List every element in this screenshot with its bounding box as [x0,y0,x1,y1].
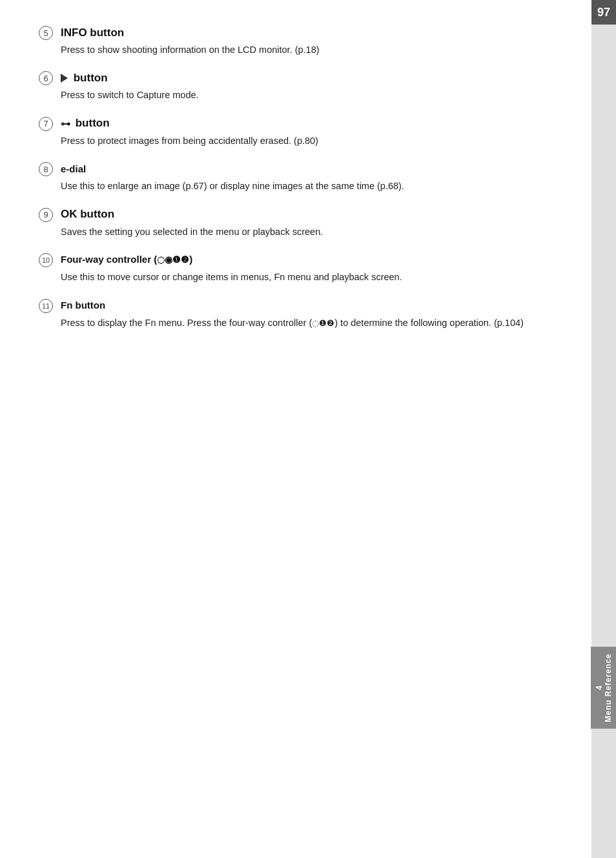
section-header-11: 11 Fn button [39,299,559,313]
section-info-button: 5 INFO button Press to show shooting inf… [39,26,559,57]
section-title-10: Four-way controller (◌◉❶❷) [61,254,192,265]
section-title-6: button [61,72,108,85]
right-sidebar: 97 4 Menu Reference [591,0,616,858]
section-number-7: 7 [39,117,53,131]
section-number-6: 6 [39,71,53,85]
section-play-button: 6 button Press to switch to Capture mode… [39,71,559,102]
section-edial: 8 e-dial Use this to enlarge an image (p… [39,162,559,193]
main-content: 5 INFO button Press to show shooting inf… [0,0,591,858]
fn-body-part2: ) to determine the following operation. … [334,318,524,328]
section-ok-button: 9 OK button Saves the setting you select… [39,208,559,239]
chapter-label-container: 4 Menu Reference [591,647,616,729]
section-title-11: Fn button [61,300,105,311]
section-fn-button: 11 Fn button Press to display the Fn men… [39,299,559,330]
section-body-9: Saves the setting you selected in the me… [61,225,559,239]
section-body-11: Press to display the Fn menu. Press the … [61,316,559,330]
page-container: 5 INFO button Press to show shooting inf… [0,0,616,858]
section-title-9: OK button [61,208,114,221]
chapter-number: 4 [595,686,604,691]
section-body-5: Press to show shooting information on th… [61,43,559,57]
section-number-8: 8 [39,162,53,176]
section-number-5: 5 [39,26,53,40]
fourway-title-text: Four-way controller ( [61,254,157,265]
section-body-7: Press to protect images from being accid… [61,134,559,148]
section-fourway-controller: 10 Four-way controller (◌◉❶❷) Use this t… [39,253,559,284]
fourway-icons: ◌◉❶❷ [157,254,189,265]
section-header-9: 9 OK button [39,208,559,222]
page-number: 97 [591,0,616,25]
fourway-title-end: ) [189,254,192,265]
fn-body-part1: Press to display the Fn menu. Press the … [61,318,312,328]
protect-icon: ⊶ [61,118,70,129]
section-body-10: Use this to move cursor or change items … [61,270,559,284]
section-protect-button: 7 ⊶ button Press to protect images from … [39,117,559,148]
section-header-5: 5 INFO button [39,26,559,40]
capture-button-label: button [74,72,108,84]
section-number-11: 11 [39,299,53,313]
section-title-8: e-dial [61,163,86,174]
section-title-7: ⊶ button [61,117,110,130]
section-header-10: 10 Four-way controller (◌◉❶❷) [39,253,559,267]
section-header-7: 7 ⊶ button [39,117,559,131]
chapter-label: 4 Menu Reference [591,647,616,729]
play-icon [61,74,68,83]
section-body-8: Use this to enlarge an image (p.67) or d… [61,179,559,193]
section-title-5: INFO button [61,26,124,39]
section-body-6: Press to switch to Capture mode. [61,88,559,102]
section-number-9: 9 [39,208,53,222]
section-header-8: 8 e-dial [39,162,559,176]
section-header-6: 6 button [39,71,559,85]
fn-controller-icons: ◌❶❷ [312,318,334,328]
chapter-text: Menu Reference [604,653,613,722]
protect-button-label: button [76,117,110,129]
section-number-10: 10 [39,253,53,267]
